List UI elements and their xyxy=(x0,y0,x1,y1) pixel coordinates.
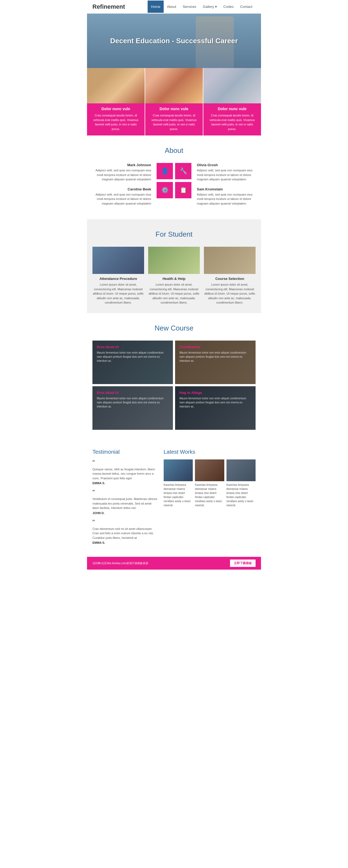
quote-mark-3: " xyxy=(92,519,158,526)
person-desc-sam: Adipisci velit, sed quia non numquam eiu… xyxy=(197,192,256,206)
student-img-1 xyxy=(92,247,144,274)
nav-item-contact[interactable]: Contact xyxy=(237,1,256,13)
course-overlay-1: Eros Idunt U! Mauris fermentum tortor no… xyxy=(92,341,173,384)
quote-mark-2: " xyxy=(92,489,158,496)
latest-desc-1: Kasertas lertyasea deeraesar miaera lert… xyxy=(164,483,193,507)
footer-cta-button[interactable]: 立即下载模板 xyxy=(230,560,256,567)
about-icon-gear: ⚙️ xyxy=(157,182,173,198)
testimonial-2: " Vestibulum et consequat justo. Maetena… xyxy=(92,489,158,515)
nav-item-gallery[interactable]: Gallery ▾ xyxy=(199,1,220,13)
student-card-desc-3: Lorem ipsum dolor sit amet, consectscing… xyxy=(204,282,256,305)
student-grid: Attendance Procedure Lorem ipsum dolor s… xyxy=(92,247,256,305)
feature-img-1 xyxy=(87,68,145,103)
footer: 访问网-社区bbs.lieniiao.com发现不错模板资源 立即下载模板 xyxy=(87,557,261,569)
course-overlay-2: Condimentu Mauris fermentum tortor non e… xyxy=(175,341,256,384)
feature-img-2 xyxy=(145,68,203,103)
course-tag-2: Condimentu xyxy=(180,345,251,349)
testimonial-author-1: EMMA S. xyxy=(92,482,158,485)
feature-desc-1: Cras consequat iaculis lorem, id vehicul… xyxy=(91,113,141,131)
latest-img-1 xyxy=(164,459,193,481)
feature-section: Dolor nunc vule Cras consequat iaculis l… xyxy=(87,68,261,135)
testimonial-3: " Cras elementum sed mi sit amet ullamco… xyxy=(92,519,158,545)
feature-title-2: Dolor nunc vule xyxy=(149,106,199,111)
nav-item-about[interactable]: About xyxy=(164,1,180,13)
nav-item-codes[interactable]: Codes xyxy=(220,1,237,13)
course-desc-2: Mauris fermentum tortor non enim aliquet… xyxy=(180,351,251,363)
wrench-icon: 🔧 xyxy=(180,167,187,175)
about-icon-book: 📋 xyxy=(175,182,191,198)
student-card-2: Health & Help Lorem ipsum dolor sit amet… xyxy=(148,247,200,305)
hero-section: Decent Education - Successful Career xyxy=(87,13,261,68)
testimonial-text-2: Vestibulum et consequat justo. Maetenas … xyxy=(92,497,158,510)
feature-card-2: Dolor nunc vule Cras consequat iaculis l… xyxy=(145,68,203,135)
course-desc-4: Mauris fermentum tortor non enim aliquet… xyxy=(180,396,251,409)
latest-col: Latest Works Kasertas lertyasea deeraesa… xyxy=(164,449,256,549)
student-card-desc-1: Lorem ipsum dolor sit amet, consectscing… xyxy=(92,282,144,305)
latest-desc-3: Kasertas lertyasea deeraesar miaera lert… xyxy=(226,483,256,507)
testimonial-author-3: EMMA S. xyxy=(92,541,158,544)
about-section: About Mark Johnson Adipisci velit, sed q… xyxy=(87,135,261,219)
course-tag-4: Hag to Aliega xyxy=(180,391,251,395)
course-section: New Course Eros Idunt U! Mauris fermentu… xyxy=(87,313,261,438)
quote-mark-1: " xyxy=(92,459,158,466)
course-grid: Eros Idunt U! Mauris fermentum tortor no… xyxy=(92,341,256,430)
person-name-caroline: Caroline Beek xyxy=(92,187,151,191)
person-icon: 👤 xyxy=(161,167,168,175)
about-icon-person: 👤 xyxy=(157,163,173,179)
student-section: For Student Attendance Procedure Lorem i… xyxy=(87,219,261,313)
latest-item-3: Kasertas lertyasea deeraesar miaera lert… xyxy=(226,459,256,507)
nav-item-services[interactable]: Services xyxy=(180,1,199,13)
student-card-1: Attendance Procedure Lorem ipsum dolor s… xyxy=(92,247,144,305)
testimonial-1: " Quisque varius, nibh ac feugiat interd… xyxy=(92,459,158,485)
latest-img-2 xyxy=(195,459,224,481)
about-right-col: Olivia Grosh Adipisci velit, sed quia no… xyxy=(191,163,256,211)
feature-title-1: Dolor nunc vule xyxy=(91,106,141,111)
nav-menu: Home About Services Gallery ▾ Codes Cont… xyxy=(148,1,256,13)
student-title: For Student xyxy=(92,230,256,239)
testimonial-author-2: JOHN D. xyxy=(92,512,158,515)
about-person-sam: Sam Kromstain Adipisci velit, sed quia n… xyxy=(197,187,256,206)
about-person-caroline: Caroline Beek Adipisci velit, sed quia n… xyxy=(92,187,151,206)
testimonial-col: Testimonial " Quisque varius, nibh ac fe… xyxy=(92,449,158,549)
course-tag-3: Eros Idunt U! xyxy=(97,391,168,395)
about-grid: Mark Johnson Adipisci velit, sed quia no… xyxy=(92,163,256,211)
student-img-2 xyxy=(148,247,200,274)
course-overlay-4: Hag to Aliega Mauris fermentum tortor no… xyxy=(175,386,256,430)
latest-grid: Kasertas lertyasea deeraesar miaera lert… xyxy=(164,459,256,507)
feature-title-3: Dolor nunc vule xyxy=(207,106,257,111)
about-center-icons: 👤 🔧 ⚙️ 📋 xyxy=(157,163,191,198)
nav-item-home[interactable]: Home xyxy=(148,1,164,13)
student-img-3 xyxy=(204,247,256,274)
footer-watermark: 访问网-社区bbs.lieniiao.com发现不错模板资源 xyxy=(92,561,148,565)
about-title: About xyxy=(92,146,256,155)
latest-title: Latest Works xyxy=(164,449,256,455)
person-desc-mark: Adipisci velit, sed quia non numquam eiu… xyxy=(92,168,151,182)
latest-item-1: Kasertas lertyasea deeraesar miaera lert… xyxy=(164,459,193,507)
testimonial-text-3: Cras elementum sed mi sit amet ullamcorp… xyxy=(92,527,158,540)
course-title: New Course xyxy=(92,324,256,332)
feature-desc-3: Cras consequat iaculis lorem, id vehicul… xyxy=(207,113,257,131)
latest-img-3 xyxy=(226,459,256,481)
student-card-title-3: Course Selection xyxy=(204,277,256,281)
person-desc-caroline: Adipisci velit, sed quia non numquam eiu… xyxy=(92,192,151,206)
about-person-olivia: Olivia Grosh Adipisci velit, sed quia no… xyxy=(197,163,256,182)
latest-desc-2: Kasertas lertyasea deeraesar miaera lert… xyxy=(195,483,224,507)
about-left-col: Mark Johnson Adipisci velit, sed quia no… xyxy=(92,163,157,211)
student-card-desc-2: Lorem ipsum dolor sit amet, consectscing… xyxy=(148,282,200,305)
bottom-section: Testimonial " Quisque varius, nibh ac fe… xyxy=(87,438,261,557)
course-card-3: Eros Idunt U! Mauris fermentum tortor no… xyxy=(92,386,173,430)
person-desc-olivia: Adipisci velit, sed quia non numquam eiu… xyxy=(197,168,256,182)
feature-card-3: Dolor nunc vule Cras consequat iaculis l… xyxy=(203,68,261,135)
student-card-title-1: Attendance Procedure xyxy=(92,277,144,281)
latest-item-2: Kasertas lertyasea deeraesar miaera lert… xyxy=(195,459,224,507)
feature-desc-2: Cras consequat iaculis lorem, id vehicul… xyxy=(149,113,199,131)
course-tag-1: Eros Idunt U! xyxy=(97,345,168,349)
gear-icon: ⚙️ xyxy=(161,187,168,194)
about-icon-wrench: 🔧 xyxy=(175,163,191,179)
person-name-olivia: Olivia Grosh xyxy=(197,163,256,167)
course-overlay-3: Eros Idunt U! Mauris fermentum tortor no… xyxy=(92,386,173,430)
about-person-mark: Mark Johnson Adipisci velit, sed quia no… xyxy=(92,163,151,182)
course-card-4: Hag to Aliega Mauris fermentum tortor no… xyxy=(175,386,256,430)
feature-card-1: Dolor nunc vule Cras consequat iaculis l… xyxy=(87,68,145,135)
course-card-2: Condimentu Mauris fermentum tortor non e… xyxy=(175,341,256,384)
